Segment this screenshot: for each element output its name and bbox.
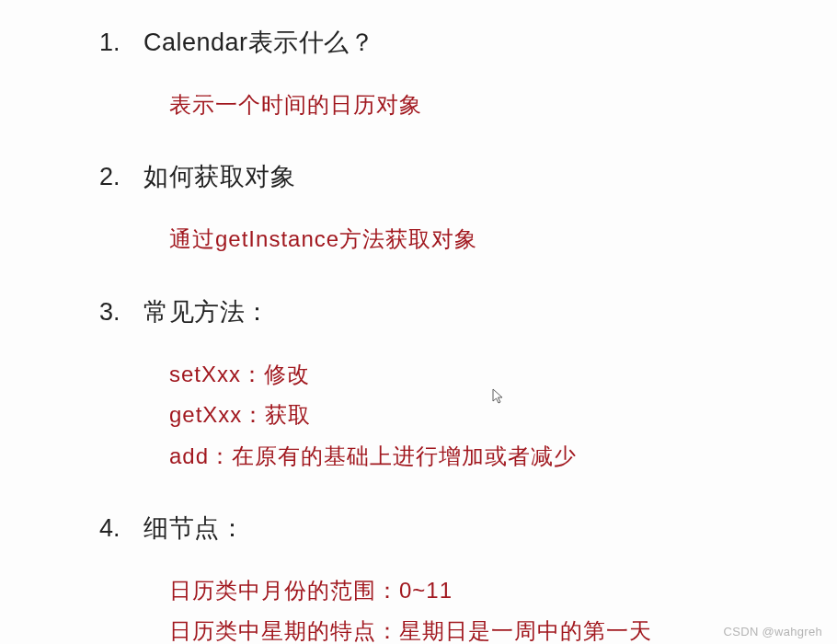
item-answers: setXxx：修改 getXxx：获取 add：在原有的基础上进行增加或者减少 [99, 354, 837, 477]
answer-line: getXxx：获取 [169, 395, 837, 435]
item-header: 2. 如何获取对象 [99, 160, 837, 193]
item-header: 4. 细节点： [99, 512, 837, 545]
item-number: 2. [99, 163, 143, 191]
item-title: Calendar表示什么？ [143, 26, 374, 59]
item-title: 细节点： [143, 512, 245, 545]
list-item: 3. 常见方法： setXxx：修改 getXxx：获取 add：在原有的基础上… [99, 295, 837, 477]
item-header: 1. Calendar表示什么？ [99, 26, 837, 59]
answer-line: 通过getInstance方法获取对象 [169, 219, 837, 259]
item-answers: 表示一个时间的日历对象 [99, 85, 837, 125]
list-item: 1. Calendar表示什么？ 表示一个时间的日历对象 [99, 26, 837, 125]
list-item: 2. 如何获取对象 通过getInstance方法获取对象 [99, 160, 837, 259]
item-title: 如何获取对象 [143, 160, 295, 193]
answer-line: 日历类中月份的范围：0~11 [169, 570, 837, 611]
item-number: 3. [99, 298, 143, 327]
answer-line: add：在原有的基础上进行增加或者减少 [169, 436, 837, 477]
item-number: 4. [99, 514, 143, 543]
answer-line: 表示一个时间的日历对象 [169, 85, 837, 125]
document-content: 1. Calendar表示什么？ 表示一个时间的日历对象 2. 如何获取对象 通… [0, 0, 837, 644]
item-header: 3. 常见方法： [99, 295, 837, 328]
item-title: 常见方法： [143, 295, 270, 328]
item-number: 1. [99, 29, 143, 57]
watermark: CSDN @wahgreh [724, 625, 822, 638]
item-answers: 通过getInstance方法获取对象 [99, 219, 837, 259]
answer-line: setXxx：修改 [169, 354, 837, 395]
